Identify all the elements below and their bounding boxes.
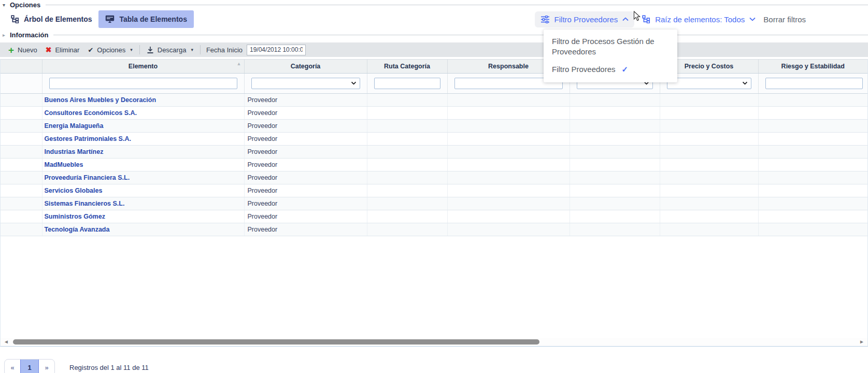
collapse-open-icon[interactable]: ▾ [3,2,9,8]
empty-cell [570,120,660,133]
collapse-closed-icon[interactable]: ▸ [3,32,9,38]
category-cell: Proveedor [244,146,367,159]
element-link[interactable]: Servicios Globales [42,187,103,194]
column-header-ruta-categoria[interactable]: Ruta Categoría [367,60,447,74]
root-elements-button[interactable]: Raíz de elementos: Todos [642,15,756,24]
empty-cell [570,146,660,159]
dropdown-item-filtro-procesos[interactable]: Filtro de Procesos Gestión de Proveedore… [552,36,669,57]
dropdown-item-label: Filtro Proveedores [552,64,616,75]
scroll-right-icon[interactable]: ► [859,339,864,345]
caret-down-icon: ▾ [130,47,133,52]
empty-cell [660,210,758,223]
empty-cell [367,107,447,120]
table-view-button[interactable]: Tabla de Elementos [98,10,193,28]
column-header-elemento[interactable]: Elemento ▲ [42,60,244,74]
tree-view-button[interactable]: Árbol de Elementos [4,10,98,28]
empty-cell [367,120,447,133]
next-page-button[interactable]: » [39,360,54,373]
element-link[interactable]: Energia Malagueña [42,122,104,130]
filter-ruta-categoria-input[interactable] [374,78,440,89]
column-header-categoria[interactable]: Categoría [244,60,367,74]
empty-cell [570,223,660,236]
filter-proveedores-button[interactable]: Filtro Proveedores [535,11,635,27]
sort-asc-icon[interactable]: ▲ [237,61,241,66]
empty-cell [447,94,570,107]
element-link[interactable]: Suministros Gómez [42,213,105,220]
empty-cell [758,159,867,171]
filter-riesgo-estabilidad-input[interactable] [765,78,863,89]
chevron-down-icon [749,17,756,21]
elements-table-container: Elemento ▲ Categoría Ruta Categoría Resp… [0,59,868,347]
clear-filters-button[interactable]: Borrar filtros [763,15,806,24]
empty-cell [570,171,660,184]
empty-cell [660,107,758,120]
empty-cell [758,120,867,133]
options-menu-button[interactable]: ✔ Opciones ▾ [83,42,136,57]
download-menu-button[interactable]: Descarga ▾ [143,42,197,57]
element-link[interactable]: Tecnología Avanzada [42,226,110,233]
view-toggle-row: Árbol de Elementos Tabla de Elementos Fi… [0,10,868,28]
filter-precio-costos-select[interactable] [667,78,751,89]
row-spacer-cell [1,107,42,120]
download-button-label: Descarga [158,46,187,54]
category-cell: Proveedor [244,94,367,107]
empty-cell [660,146,758,159]
row-spacer-cell [1,171,42,184]
empty-cell [660,133,758,146]
chevron-up-icon [622,17,629,21]
horizontal-scrollbar[interactable]: ◄ ► [1,338,867,346]
delete-button[interactable]: ✖ Eliminar [41,42,84,57]
elements-table: Elemento ▲ Categoría Ruta Categoría Resp… [1,59,867,236]
records-summary: Registros del 1 al 11 de 11 [69,364,149,371]
empty-cell [758,184,867,197]
delete-button-label: Eliminar [55,46,79,54]
empty-cell [570,197,660,210]
element-link[interactable]: Consultores Económicos S.A. [42,109,137,117]
monitor-icon [105,15,115,23]
empty-cell [447,184,570,197]
empty-cell [367,210,447,223]
empty-cell [758,210,867,223]
empty-cell [367,197,447,210]
empty-cell [447,223,570,236]
element-link[interactable]: Sistemas Financieros S.L. [42,200,125,207]
row-spacer-cell [1,223,42,236]
pagination-row: « 1 » Registros del 1 al 11 de 11 [4,359,868,373]
previous-page-button[interactable]: « [5,360,20,373]
element-link[interactable]: Gestores Patrimoniales S.A. [42,135,131,142]
row-spacer-cell [1,94,42,107]
dropdown-item-filtro-proveedores[interactable]: Filtro Proveedores ✓ [552,64,669,75]
check-icon: ✓ [622,64,629,75]
empty-cell [447,107,570,120]
table-row: Consultores Económicos S.A. Proveedor [1,107,867,120]
current-page-button[interactable]: 1 [20,360,39,373]
empty-cell [367,223,447,236]
filter-elemento-input[interactable] [49,78,237,89]
empty-cell [660,171,758,184]
plus-icon: + [8,45,14,55]
empty-cell [660,159,758,171]
element-link[interactable]: Proveeduría Financiera S.L. [42,174,130,181]
category-cell: Proveedor [244,210,367,223]
empty-cell [758,107,867,120]
table-row: Proveeduría Financiera S.L. Proveedor [1,171,867,184]
empty-cell [660,184,758,197]
table-view-label: Tabla de Elementos [119,15,187,23]
new-button[interactable]: + Nuevo [4,42,41,57]
element-link[interactable]: MadMuebles [42,161,83,168]
scroll-left-icon[interactable]: ◄ [4,339,9,345]
empty-cell [447,159,570,171]
category-cell: Proveedor [244,120,367,133]
options-button-label: Opciones [97,46,125,54]
column-header-riesgo-estabilidad[interactable]: Riesgo y Estabilidad [758,60,867,74]
table-filter-row [1,74,867,94]
filter-categoria-select[interactable] [251,78,360,89]
table-row: Industrias Martínez Proveedor [1,146,867,159]
empty-cell [758,146,867,159]
empty-cell [570,159,660,171]
element-link[interactable]: Buenos Aires Muebles y Decoración [42,96,156,104]
scrollbar-thumb[interactable] [13,339,539,345]
empty-cell [570,107,660,120]
start-date-input[interactable] [247,45,306,55]
element-link[interactable]: Industrias Martínez [42,148,104,155]
